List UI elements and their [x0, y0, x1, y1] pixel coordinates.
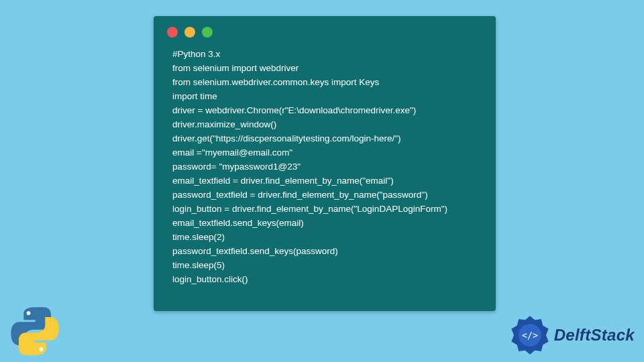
window-titlebar	[154, 16, 496, 42]
brand-block: </> DelftStack	[510, 315, 635, 355]
brand-badge-icon: </>	[510, 315, 550, 355]
maximize-icon	[202, 27, 213, 38]
python-logo-icon	[8, 304, 62, 358]
brand-name: DelftStack	[554, 326, 635, 345]
minimize-icon	[184, 27, 195, 38]
code-window: #Python 3.x from selenium import webdriv…	[154, 16, 496, 311]
code-block: #Python 3.x from selenium import webdriv…	[154, 42, 496, 300]
svg-text:</>: </>	[522, 330, 538, 341]
svg-point-1	[40, 347, 44, 351]
svg-point-0	[27, 311, 31, 315]
close-icon	[167, 27, 178, 38]
